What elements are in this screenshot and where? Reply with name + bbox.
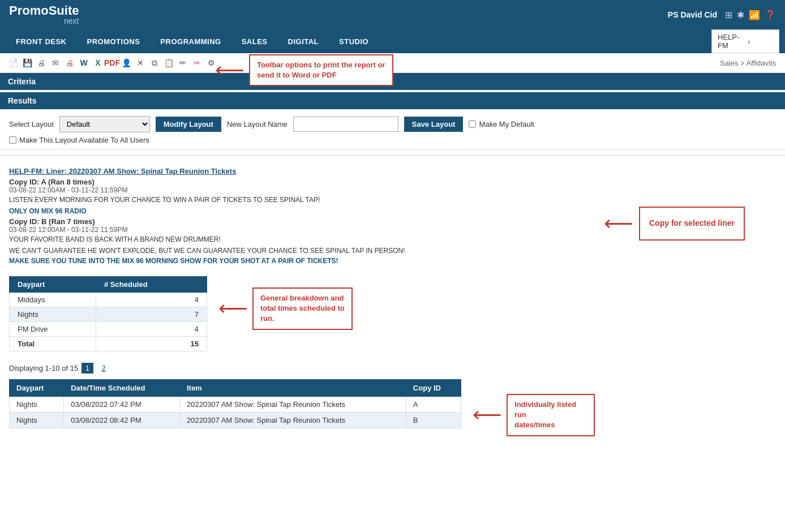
user-icon[interactable]: 👤 bbox=[120, 57, 132, 69]
main-table: Daypart Date/Time Scheduled Item Copy ID… bbox=[9, 379, 461, 428]
daypart-col-header: Daypart bbox=[10, 277, 96, 293]
individually-listed-callout: ⟵ Individually listed run dates/times bbox=[473, 394, 595, 436]
station-name: HELP-FM bbox=[718, 33, 743, 50]
layout-select[interactable]: Default bbox=[59, 116, 150, 132]
daypart-section: Daypart # Scheduled Middays 4 Nights 7 P… bbox=[9, 271, 595, 357]
nav-promotions[interactable]: PROMOTIONS bbox=[77, 31, 151, 53]
main-datetime-cell: 03/08/2022 07:42 PM bbox=[64, 397, 180, 413]
paste-icon[interactable]: 📋 bbox=[162, 57, 175, 69]
breakdown-callout-box: General breakdown and total times schedu… bbox=[252, 288, 353, 330]
chevron-right-icon: › bbox=[748, 37, 773, 46]
new-icon[interactable]: 📄 bbox=[7, 57, 19, 69]
main-item-cell: 20220307 AM Show: Spinal Tap Reunion Tic… bbox=[179, 397, 406, 413]
main-copyid-cell: B bbox=[406, 413, 461, 428]
scheduled-col-header: # Scheduled bbox=[96, 277, 207, 293]
breakdown-callout: ⟵ General breakdown and total times sche… bbox=[218, 288, 353, 330]
main-table-section: Daypart Date/Time Scheduled Item Copy ID… bbox=[9, 377, 595, 436]
copy-b-text2: WE CAN'T GUARANTEE HE WON'T EXPLODE, BUT… bbox=[9, 247, 595, 255]
nav-front-desk[interactable]: FRONT DESK bbox=[6, 31, 77, 53]
select-layout-label: Select Layout bbox=[9, 120, 54, 128]
copy-a-label: Copy ID: A (Ran 8 times) bbox=[9, 178, 595, 186]
individually-listed-callout-box: Individually listed run dates/times bbox=[507, 394, 595, 436]
edit-icon[interactable]: ✏ bbox=[177, 57, 189, 69]
signal-icon[interactable]: 📶 bbox=[749, 10, 760, 20]
copy-liner-callout-box: Copy for selected liner bbox=[639, 207, 745, 241]
pdf-icon[interactable]: PDF bbox=[106, 57, 118, 69]
daypart-total-row: Total 15 bbox=[10, 337, 207, 351]
toolbar-arrow-icon: ⟵ bbox=[215, 60, 244, 80]
new-layout-name-label: New Layout Name bbox=[227, 120, 288, 128]
report-title: HELP-FM: Liner: 20220307 AM Show: Spinal… bbox=[9, 167, 595, 175]
make-default-checkbox[interactable] bbox=[469, 121, 476, 128]
print2-icon[interactable]: 🖨 bbox=[63, 57, 76, 69]
save-layout-button[interactable]: Save Layout bbox=[404, 117, 464, 132]
daypart-row: Middays 4 bbox=[10, 293, 207, 307]
header-icons: ⊞ ✱ 📶 ❓ bbox=[725, 10, 776, 20]
scissors-icon[interactable]: ✂ bbox=[191, 57, 203, 69]
pagination: Displaying 1-10 of 15 1 2 bbox=[9, 363, 595, 374]
results-header: Results bbox=[0, 92, 785, 109]
nav-programming[interactable]: PROGRAMMING bbox=[150, 31, 231, 53]
nav-sales[interactable]: SALES bbox=[231, 31, 278, 53]
logo: PromoSuitenext bbox=[9, 5, 79, 25]
layout-controls: Select Layout Default Modify Layout New … bbox=[0, 109, 785, 149]
main-daypart-cell: Nights bbox=[10, 413, 64, 428]
copy-a-date: 03-08-22 12:00AM - 03-11-22 11:59PM bbox=[9, 186, 595, 194]
total-value: 15 bbox=[96, 337, 207, 351]
daypart-row: PM Drive 4 bbox=[10, 322, 207, 337]
station-selector[interactable]: HELP-FM › bbox=[711, 29, 779, 53]
asterisk-icon[interactable]: ✱ bbox=[737, 10, 744, 20]
nav-studio[interactable]: STUDIO bbox=[329, 31, 379, 53]
copy-a-text: LISTEN EVERY MORNING FOR YOUR CHANCE TO … bbox=[9, 196, 595, 204]
scheduled-cell: 7 bbox=[96, 307, 207, 322]
copy-b-text1: YOUR FAVORITE BAND IS BACK WITH A BRAND … bbox=[9, 235, 595, 243]
save-icon[interactable]: 💾 bbox=[21, 57, 33, 69]
main-copyid-header: Copy ID bbox=[406, 380, 461, 397]
report-area: HELP-FM: Liner: 20220307 AM Show: Spinal… bbox=[0, 161, 785, 442]
scheduled-cell: 4 bbox=[96, 322, 207, 337]
copy-icon[interactable]: ⧉ bbox=[148, 57, 161, 69]
total-label: Total bbox=[10, 337, 96, 351]
make-available-checkbox[interactable] bbox=[9, 136, 16, 144]
table-row: Nights 03/08/2022 07:42 PM 20220307 AM S… bbox=[10, 397, 461, 413]
main-datetime-cell: 03/08/2022 08:42 PM bbox=[64, 413, 180, 428]
delete-icon[interactable]: ✕ bbox=[134, 57, 147, 69]
daypart-cell: Middays bbox=[10, 293, 96, 307]
nav-bar: FRONT DESK PROMOTIONS PROGRAMMING SALES … bbox=[0, 29, 785, 53]
print-icon[interactable]: 🖨 bbox=[35, 57, 48, 69]
help-icon[interactable]: ❓ bbox=[765, 10, 776, 20]
scheduled-cell: 4 bbox=[96, 293, 207, 307]
daypart-table: Daypart # Scheduled Middays 4 Nights 7 P… bbox=[9, 276, 207, 351]
header-user: PS David Cid bbox=[668, 10, 717, 19]
page-1-link[interactable]: 1 bbox=[81, 363, 93, 374]
main-daypart-cell: Nights bbox=[10, 397, 64, 413]
table-row: Nights 03/08/2022 08:42 PM 20220307 AM S… bbox=[10, 413, 461, 428]
breakdown-arrow-icon: ⟵ bbox=[218, 298, 248, 319]
individually-listed-arrow-icon: ⟵ bbox=[473, 405, 502, 425]
main-datetime-header: Date/Time Scheduled bbox=[64, 380, 180, 397]
email-icon[interactable]: ✉ bbox=[49, 57, 62, 69]
main-item-header: Item bbox=[179, 380, 406, 397]
grid-icon[interactable]: ⊞ bbox=[725, 10, 732, 20]
word-icon[interactable]: W bbox=[78, 57, 90, 69]
copy-liner-arrow-icon: ⟵ bbox=[604, 213, 633, 234]
header: PromoSuitenext PS David Cid ⊞ ✱ 📶 ❓ bbox=[0, 0, 785, 29]
right-callout-area: ⟵ Copy for selected liner bbox=[604, 161, 785, 442]
copy-b-text3: MAKE SURE YOU TUNE INTO THE MIX 96 MORNI… bbox=[9, 257, 595, 265]
toolbar-callout-box: Toolbar options to print the report or s… bbox=[249, 54, 393, 86]
nav-digital[interactable]: DIGITAL bbox=[278, 31, 329, 53]
new-layout-name-input[interactable] bbox=[293, 117, 398, 132]
toolbar-area: 📄 💾 🖨 ✉ 🖨 W X PDF 👤 ✕ ⧉ 📋 ✏ ✂ ⚙ ⟵ Toolba… bbox=[0, 53, 785, 73]
pagination-display: Displaying 1-10 of 15 bbox=[9, 364, 78, 372]
page-2-link[interactable]: 2 bbox=[98, 363, 110, 374]
main-item-cell: 20220307 AM Show: Spinal Tap Reunion Tic… bbox=[179, 413, 406, 428]
copy-b-label: Copy ID: B (Ran 7 times) bbox=[9, 217, 595, 226]
copy-b-blue: ONLY ON MIX 96 RADIO bbox=[9, 207, 595, 215]
toolbar-callout: ⟵ Toolbar options to print the report or… bbox=[215, 54, 393, 86]
daypart-row: Nights 7 bbox=[10, 307, 207, 322]
daypart-cell: Nights bbox=[10, 307, 96, 322]
copy-liner-callout: ⟵ Copy for selected liner bbox=[604, 207, 785, 241]
excel-icon[interactable]: X bbox=[92, 57, 104, 69]
header-right: PS David Cid ⊞ ✱ 📶 ❓ bbox=[668, 10, 776, 20]
modify-layout-button[interactable]: Modify Layout bbox=[156, 117, 221, 132]
